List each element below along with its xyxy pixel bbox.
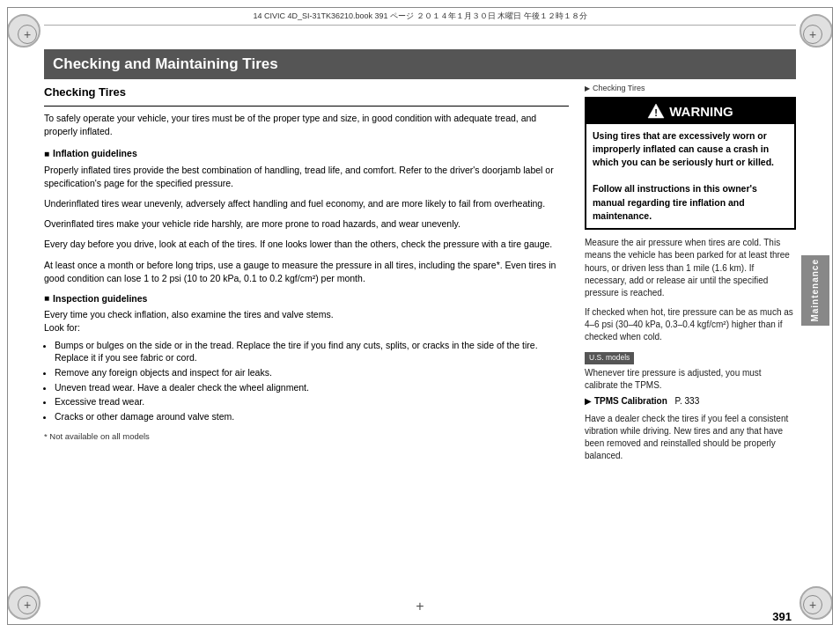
tpms-arrow-icon: ▶ (585, 395, 592, 408)
warning-header: ! WARNING (586, 99, 794, 124)
warning-body: Using tires that are excessively worn or… (586, 124, 794, 229)
crosshair-tl (18, 25, 37, 44)
section-divider (44, 106, 569, 107)
warning-triangle-icon: ! (647, 102, 665, 120)
warning-text-1: Using tires that are excessively worn or… (593, 129, 788, 170)
section-title: Checking Tires (44, 85, 569, 101)
inflation-para-3: Overinflated tires make your vehicle rid… (44, 217, 569, 231)
page-number: 391 (772, 610, 792, 623)
bottom-center-cross: + (416, 599, 424, 614)
warning-title-text: WARNING (669, 102, 733, 121)
inflation-para-5: At least once a month or before long tri… (44, 259, 569, 285)
warning-box: ! WARNING Using tires that are excessive… (585, 97, 796, 231)
tpms-ref: ▶ TPMS Calibration P. 333 (585, 395, 796, 408)
tpms-label: TPMS Calibration (594, 395, 667, 408)
page-title: Checking and Maintaining Tires (53, 55, 278, 72)
left-column: Checking Tires To safely operate your ve… (44, 79, 572, 607)
bullet-3: Uneven tread wear. Have a dealer check t… (55, 381, 569, 394)
us-models-section: U.S. models Whenever tire pressure is ad… (585, 351, 796, 408)
inspection-bullets: Bumps or bulges on the side or in the tr… (55, 339, 569, 423)
us-models-text: Whenever tire pressure is adjusted, you … (585, 367, 796, 392)
inflation-para-4: Every day before you drive, look at each… (44, 238, 569, 251)
maintenance-tab-label: Maintenance (809, 259, 822, 322)
maintenance-tab: Maintenance (801, 255, 829, 326)
footnote: * Not available on all models (44, 430, 569, 443)
tpms-page: P. 333 (675, 395, 700, 408)
intro-paragraph: To safely operate your vehicle, your tir… (44, 112, 569, 138)
bullet-1: Bumps or bulges on the side or in the tr… (55, 339, 569, 364)
warning-text-2: Follow all instructions in this owner's … (593, 182, 788, 223)
inflation-para-1: Properly inflated tires provide the best… (44, 164, 569, 190)
svg-text:!: ! (654, 107, 658, 118)
inflation-header: Inflation guidelines (44, 147, 569, 160)
inspection-header: Inspection guidelines (44, 292, 569, 305)
main-content: Checking Tires To safely operate your ve… (44, 79, 796, 607)
right-column: Checking Tires ! WARNING Using tires tha… (585, 79, 796, 607)
bullet-2: Remove any foreign objects and inspect f… (55, 366, 569, 379)
breadcrumb-text: Checking Tires (593, 83, 645, 94)
us-models-tag: U.S. models (585, 352, 634, 364)
bullet-4: Excessive tread wear. (55, 395, 569, 408)
info-block-1: Measure the air pressure when tires are … (585, 237, 796, 299)
info-block-2: If checked when hot, tire pressure can b… (585, 306, 796, 344)
breadcrumb: Checking Tires (585, 83, 796, 94)
top-meta-bar: 14 CIVIC 4D_SI-31TK36210.book 391 ページ ２０… (44, 11, 796, 26)
crosshair-br (803, 595, 822, 614)
inflation-para-2: Underinflated tires wear unevenly, adver… (44, 197, 569, 210)
crosshair-bl (18, 595, 37, 614)
top-meta-text: 14 CIVIC 4D_SI-31TK36210.book 391 ページ ２０… (253, 11, 586, 20)
info-block-3: Have a dealer check the tires if you fee… (585, 413, 796, 463)
header-bar: Checking and Maintaining Tires (44, 49, 796, 79)
crosshair-tr (803, 25, 822, 44)
inspection-intro: Every time you check inflation, also exa… (44, 308, 569, 334)
bullet-5: Cracks or other damage around valve stem… (55, 410, 569, 423)
